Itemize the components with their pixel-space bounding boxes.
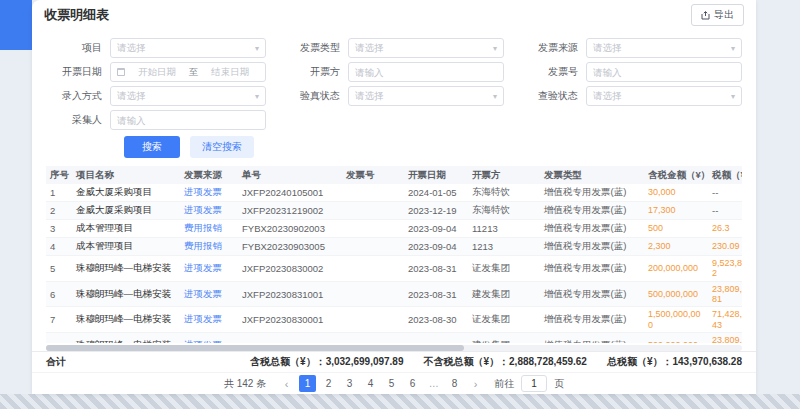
verify-status-select[interactable]: 请选择 ▾ [348, 86, 504, 106]
prev-page-button[interactable]: ‹ [278, 375, 295, 392]
table-cell: 11213 [468, 220, 540, 238]
filter-label: 验真状态 [284, 89, 340, 103]
table-cell: JXFP20230831001 [238, 281, 342, 307]
check-status-select[interactable]: 请选择 ▾ [586, 86, 742, 106]
pagination: 共 142 条 ‹ 123456…8 › 前往 页 [32, 372, 756, 394]
clear-search-button[interactable]: 清空搜索 [190, 136, 254, 158]
table-cell: JXFP20231219002 [238, 202, 342, 220]
background-stripes [0, 394, 800, 409]
table-cell [342, 184, 404, 202]
filter-field-collector: 采集人 [46, 110, 266, 130]
invoice-source-link[interactable]: 进项发票 [180, 256, 238, 282]
table-row: 2金威大厦采购项目进项发票JXFP202312190022023-12-19东海… [46, 202, 742, 220]
table-cell: 增值税专用发票(蓝) [540, 256, 644, 282]
total-count: 共 142 条 [224, 377, 266, 391]
table-cell: JXFP20230830001 [238, 307, 342, 333]
goto-page-input[interactable] [521, 375, 547, 392]
table-cell: 23,809,523.81 [708, 281, 742, 307]
table-cell: -- [708, 202, 742, 220]
pager-ellipsis: … [425, 375, 442, 392]
chevron-down-icon: ▾ [255, 44, 259, 53]
table-cell: 成本管理项目 [72, 220, 180, 238]
issuer-input[interactable] [348, 62, 504, 82]
column-header: 项目名称 [72, 166, 180, 184]
table-cell: 2,300 [644, 238, 708, 256]
table-cell: 建发集团 [468, 281, 540, 307]
next-page-button[interactable]: › [467, 375, 484, 392]
table-cell: 5 [46, 256, 72, 282]
pager-page-8[interactable]: 8 [446, 375, 463, 392]
filter-field-invoice-date: 开票日期 开始日期 至 结束日期 [46, 62, 266, 82]
pager-page-5[interactable]: 5 [383, 375, 400, 392]
filter-label: 查验状态 [522, 89, 578, 103]
export-button[interactable]: 导出 [691, 4, 744, 26]
pager-page-4[interactable]: 4 [362, 375, 379, 392]
table-cell: 9,523,809.52 [708, 256, 742, 282]
filter-label: 开票日期 [46, 65, 102, 79]
project-select[interactable]: 请选择 ▾ [110, 38, 266, 58]
table-cell: 2 [46, 202, 72, 220]
pager-page-6[interactable]: 6 [404, 375, 421, 392]
chevron-down-icon: ▾ [731, 92, 735, 101]
table-row: 7珠穆朗玛峰—电梯安装进项发票JXFP202308300012023-08-30… [46, 307, 742, 333]
collector-input[interactable] [110, 110, 266, 130]
column-header: 单号 [238, 166, 342, 184]
filter-label: 发票号 [522, 65, 578, 79]
table-row: 4成本管理项目费用报销FYBX202309030052023-09-041213… [46, 238, 742, 256]
table-cell: 500,000,000 [644, 333, 708, 343]
summary-label: 合计 [46, 355, 66, 369]
pager-pages: 123456…8 [299, 375, 463, 392]
date-separator: 至 [189, 66, 199, 79]
invoice-no-input[interactable] [586, 62, 742, 82]
column-header: 含税金额（¥） [644, 166, 708, 184]
search-button[interactable]: 搜索 [124, 136, 180, 158]
column-header: 发票类型 [540, 166, 644, 184]
pager-page-3[interactable]: 3 [341, 375, 358, 392]
table-cell: 8 [46, 333, 72, 343]
column-header: 税额（¥） [708, 166, 742, 184]
filter-field-check-status: 查验状态 请选择 ▾ [522, 86, 742, 106]
filter-field-issuer: 开票方 [284, 62, 504, 82]
chevron-down-icon: ▾ [731, 44, 735, 53]
table-cell: 2023-09-04 [404, 238, 468, 256]
table-cell: 增值税专用发票(蓝) [540, 202, 644, 220]
invoice-table: 序号项目名称发票来源单号发票号开票日期开票方发票类型含税金额（¥）税额（¥）不含… [46, 166, 742, 343]
table-cell: 金威大厦采购项目 [72, 184, 180, 202]
calendar-icon [117, 68, 125, 76]
invoice-date-range[interactable]: 开始日期 至 结束日期 [110, 62, 266, 82]
invoice-source-link[interactable]: 费用报销 [180, 238, 238, 256]
table-cell: 金威大厦采购项目 [72, 202, 180, 220]
table-cell [342, 238, 404, 256]
filter-label: 发票类型 [284, 41, 340, 55]
page-title: 收票明细表 [44, 6, 109, 24]
table-cell: JXFP20230830002 [238, 256, 342, 282]
filter-label: 项目 [46, 41, 102, 55]
entry-method-select[interactable]: 请选择 ▾ [110, 86, 266, 106]
invoice-source-link[interactable]: 进项发票 [180, 202, 238, 220]
invoice-source-link[interactable]: 进项发票 [180, 333, 238, 343]
table-cell: -- [708, 184, 742, 202]
table-cell [342, 281, 404, 307]
chevron-down-icon: ▾ [493, 92, 497, 101]
invoice-source-link[interactable]: 费用报销 [180, 220, 238, 238]
background-corner [0, 0, 32, 50]
page-header: 收票明细表 导出 [32, 0, 756, 30]
table-row: 6珠穆朗玛峰—电梯安装进项发票JXFP202308310012023-08-31… [46, 281, 742, 307]
pager-page-2[interactable]: 2 [320, 375, 337, 392]
invoice-source-link[interactable]: 进项发票 [180, 307, 238, 333]
table-cell: 230.09 [708, 238, 742, 256]
table-cell: 26.3 [708, 220, 742, 238]
table-cell [342, 202, 404, 220]
filter-field-invoice-source: 发票来源 请选择 ▾ [522, 38, 742, 58]
table-cell: 2024-01-05 [404, 184, 468, 202]
invoice-source-link[interactable]: 进项发票 [180, 184, 238, 202]
invoice-source-link[interactable]: 进项发票 [180, 281, 238, 307]
goto-suffix: 页 [554, 377, 564, 391]
invoice-source-select[interactable]: 请选择 ▾ [586, 38, 742, 58]
column-header: 发票号 [342, 166, 404, 184]
filter-field-invoice-no: 发票号 [522, 62, 742, 82]
filter-field-verify-status: 验真状态 请选择 ▾ [284, 86, 504, 106]
pager-page-1[interactable]: 1 [299, 375, 316, 392]
invoice-type-select[interactable]: 请选择 ▾ [348, 38, 504, 58]
date-end-placeholder: 结束日期 [201, 66, 259, 79]
